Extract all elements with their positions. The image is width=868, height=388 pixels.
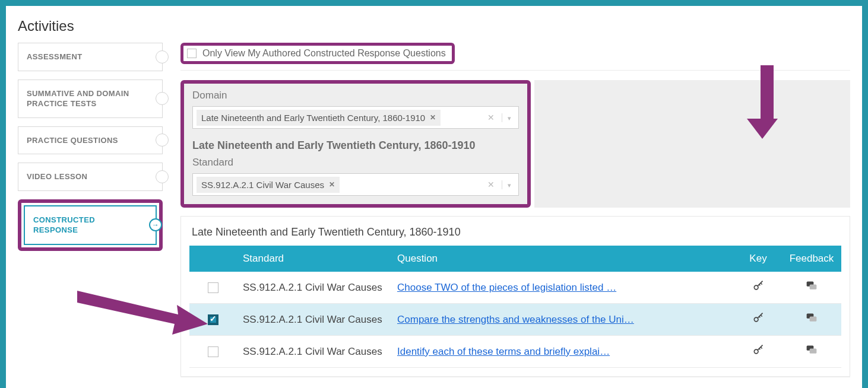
sidebar: ASSESSMENT SUMMATIVE AND DOMAIN PRACTICE… [18,43,163,251]
sidebar-item-summative[interactable]: SUMMATIVE AND DOMAIN PRACTICE TESTS [18,79,163,118]
page-title: Activities [18,18,850,34]
row-standard: SS.912.A.2.1 Civil War Causes [237,304,391,336]
domain-field-label: Domain [192,90,519,101]
domain-chip: Late Nineteenth and Early Twentieth Cent… [197,110,441,126]
filters-panel: Domain Late Nineteenth and Early Twentie… [180,80,850,208]
col-header-feedback[interactable]: Feedback [782,246,841,272]
authored-only-label: Only View My Authored Constructed Respon… [202,48,446,59]
domain-select[interactable]: Late Nineteenth and Early Twentieth Cent… [192,106,519,129]
table-row: SS.912.A.2.1 Civil War Causes Identify e… [189,336,841,368]
col-header-select [189,246,237,272]
standard-chip-label: SS.912.A.2.1 Civil War Causes [201,180,324,190]
sidebar-item-label: CONSTRUCTED RESPONSE [33,215,95,235]
feedback-icon[interactable] [806,283,818,294]
divider [180,70,850,71]
key-icon[interactable] [752,315,764,326]
annotation-highlight-filters: Domain Late Nineteenth and Early Twentie… [180,80,531,208]
app-window: Activities ASSESSMENT SUMMATIVE AND DOMA… [6,6,862,388]
domain-chip-label: Late Nineteenth and Early Twentieth Cent… [201,113,425,123]
filters-background [534,80,850,208]
sidebar-item-circle-icon [156,133,169,147]
key-icon[interactable] [752,283,764,294]
chip-remove-icon[interactable]: ✕ [329,180,335,189]
standard-select[interactable]: SS.912.A.2.1 Civil War Causes ✕ ✕ ▾ [192,173,519,196]
row-checkbox[interactable] [208,314,218,325]
arrow-right-icon: → [149,218,162,231]
sidebar-item-assessment[interactable]: ASSESSMENT [18,43,163,71]
key-icon[interactable] [752,347,764,358]
sidebar-item-practice-questions[interactable]: PRACTICE QUESTIONS [18,126,163,155]
chevron-down-icon[interactable]: ▾ [502,180,516,189]
sidebar-item-label: SUMMATIVE AND DOMAIN PRACTICE TESTS [27,89,129,109]
svg-rect-5 [810,317,817,322]
col-header-key[interactable]: Key [734,246,782,272]
authored-only-checkbox[interactable] [187,49,197,58]
table-header-row: Standard Question Key Feedback [189,246,841,272]
results-table: Standard Question Key Feedback SS.912.A.… [189,246,841,368]
annotation-highlight-filter: Only View My Authored Constructed Respon… [180,43,455,64]
sidebar-item-circle-icon [156,92,169,105]
row-checkbox[interactable] [208,346,218,357]
row-checkbox[interactable] [208,282,218,293]
sidebar-item-label: ASSESSMENT [27,52,83,61]
row-standard: SS.912.A.2.1 Civil War Causes [237,272,391,304]
sidebar-item-circle-icon [156,50,169,63]
select-clear-icon[interactable]: ✕ [484,180,498,189]
sidebar-item-constructed-response[interactable]: CONSTRUCTED RESPONSE → [24,205,157,245]
main-content: Only View My Authored Constructed Respon… [180,43,850,377]
annotation-highlight-sidebar: CONSTRUCTED RESPONSE → [18,199,163,251]
results-title: Late Nineteenth and Early Twentieth Cent… [189,225,841,246]
chip-remove-icon[interactable]: ✕ [430,113,436,122]
question-link[interactable]: Choose TWO of the pieces of legislation … [397,282,616,293]
feedback-icon[interactable] [806,315,818,326]
results-panel: Late Nineteenth and Early Twentieth Cent… [180,216,850,377]
svg-rect-2 [810,285,817,290]
svg-rect-8 [810,349,817,354]
question-link[interactable]: Compare the strengths and weaknesses of … [397,314,634,325]
sidebar-item-video-lesson[interactable]: VIDEO LESSON [18,163,163,191]
table-row: SS.912.A.2.1 Civil War Causes Choose TWO… [189,272,841,304]
standard-chip: SS.912.A.2.1 Civil War Causes ✕ [197,177,340,193]
authored-filter-row: Only View My Authored Constructed Respon… [180,43,850,64]
col-header-question[interactable]: Question [391,246,734,272]
sidebar-item-label: PRACTICE QUESTIONS [27,136,118,145]
row-standard: SS.912.A.2.1 Civil War Causes [237,336,391,368]
feedback-icon[interactable] [806,347,818,358]
question-link[interactable]: Identify each of these terms and briefly… [397,346,610,357]
sidebar-item-circle-icon [156,170,169,183]
col-header-standard[interactable]: Standard [237,246,391,272]
layout: ASSESSMENT SUMMATIVE AND DOMAIN PRACTICE… [18,43,850,377]
select-clear-icon[interactable]: ✕ [484,113,498,122]
chevron-down-icon[interactable]: ▾ [502,113,516,122]
domain-heading: Late Nineteenth and Early Twentieth Cent… [192,139,519,152]
sidebar-item-label: VIDEO LESSON [27,172,87,181]
table-row: SS.912.A.2.1 Civil War Causes Compare th… [189,304,841,336]
standard-field-label: Standard [192,157,519,168]
